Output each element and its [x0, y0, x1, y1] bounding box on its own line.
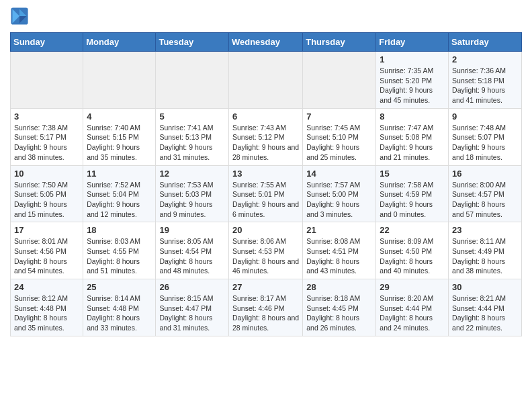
day-number: 13 [232, 169, 299, 179]
calendar-cell: 4Sunrise: 7:40 AM Sunset: 5:15 PM Daylig… [83, 108, 156, 165]
day-info: Sunrise: 7:45 AM Sunset: 5:10 PM Dayligh… [306, 123, 372, 163]
day-info: Sunrise: 7:47 AM Sunset: 5:08 PM Dayligh… [380, 123, 445, 163]
calendar-cell: 20Sunrise: 8:06 AM Sunset: 4:53 PM Dayli… [228, 222, 302, 279]
day-number: 18 [87, 225, 152, 235]
day-number: 8 [380, 111, 445, 122]
day-number: 19 [159, 225, 225, 235]
calendar-table: SundayMondayTuesdayWednesdayThursdayFrid… [10, 32, 522, 336]
page-header [10, 7, 522, 26]
weekday-header-tuesday: Tuesday [156, 33, 229, 52]
calendar-header: SundayMondayTuesdayWednesdayThursdayFrid… [11, 33, 522, 52]
calendar-week-3: 10Sunrise: 7:50 AM Sunset: 5:05 PM Dayli… [11, 165, 522, 222]
calendar-cell: 13Sunrise: 7:55 AM Sunset: 5:01 PM Dayli… [228, 165, 302, 222]
weekday-header-saturday: Saturday [449, 33, 522, 52]
calendar-cell: 21Sunrise: 8:08 AM Sunset: 4:51 PM Dayli… [303, 222, 376, 279]
weekday-row: SundayMondayTuesdayWednesdayThursdayFrid… [11, 33, 522, 52]
calendar-cell: 30Sunrise: 8:21 AM Sunset: 4:44 PM Dayli… [449, 279, 522, 336]
day-number: 14 [306, 169, 372, 179]
day-number: 15 [380, 169, 445, 179]
day-info: Sunrise: 7:40 AM Sunset: 5:15 PM Dayligh… [87, 123, 152, 163]
day-number: 27 [232, 282, 299, 292]
day-number: 24 [14, 282, 79, 292]
day-info: Sunrise: 8:18 AM Sunset: 4:45 PM Dayligh… [306, 293, 372, 333]
calendar-cell: 29Sunrise: 8:20 AM Sunset: 4:44 PM Dayli… [376, 279, 449, 336]
calendar-week-2: 3Sunrise: 7:38 AM Sunset: 5:17 PM Daylig… [11, 108, 522, 165]
calendar-cell: 7Sunrise: 7:45 AM Sunset: 5:10 PM Daylig… [303, 108, 376, 165]
calendar-cell: 15Sunrise: 7:58 AM Sunset: 4:59 PM Dayli… [376, 165, 449, 222]
calendar-cell: 10Sunrise: 7:50 AM Sunset: 5:05 PM Dayli… [11, 165, 83, 222]
calendar-week-5: 24Sunrise: 8:12 AM Sunset: 4:48 PM Dayli… [11, 279, 522, 336]
day-info: Sunrise: 7:35 AM Sunset: 5:20 PM Dayligh… [380, 66, 445, 105]
calendar-cell: 8Sunrise: 7:47 AM Sunset: 5:08 PM Daylig… [376, 108, 449, 165]
day-info: Sunrise: 8:11 AM Sunset: 4:49 PM Dayligh… [452, 236, 518, 276]
day-number: 3 [14, 111, 79, 122]
day-number: 30 [452, 282, 518, 292]
day-number: 26 [159, 282, 225, 292]
day-info: Sunrise: 7:48 AM Sunset: 5:07 PM Dayligh… [452, 123, 518, 163]
day-info: Sunrise: 8:15 AM Sunset: 4:47 PM Dayligh… [159, 293, 225, 333]
weekday-header-sunday: Sunday [11, 33, 83, 52]
calendar-cell [83, 52, 156, 109]
day-number: 12 [159, 169, 225, 179]
calendar-cell: 5Sunrise: 7:41 AM Sunset: 5:13 PM Daylig… [156, 108, 229, 165]
day-number: 5 [159, 111, 225, 122]
calendar-cell: 16Sunrise: 8:00 AM Sunset: 4:57 PM Dayli… [449, 165, 522, 222]
day-info: Sunrise: 7:55 AM Sunset: 5:01 PM Dayligh… [232, 180, 299, 220]
day-number: 4 [87, 111, 152, 122]
day-info: Sunrise: 8:21 AM Sunset: 4:44 PM Dayligh… [452, 293, 518, 333]
day-number: 28 [306, 282, 372, 292]
calendar-week-1: 1Sunrise: 7:35 AM Sunset: 5:20 PM Daylig… [11, 52, 522, 109]
calendar-cell: 1Sunrise: 7:35 AM Sunset: 5:20 PM Daylig… [376, 52, 449, 109]
weekday-header-wednesday: Wednesday [228, 33, 302, 52]
calendar-cell: 23Sunrise: 8:11 AM Sunset: 4:49 PM Dayli… [449, 222, 522, 279]
day-number: 21 [306, 225, 372, 235]
day-info: Sunrise: 8:14 AM Sunset: 4:48 PM Dayligh… [87, 293, 152, 333]
day-info: Sunrise: 8:17 AM Sunset: 4:46 PM Dayligh… [232, 293, 299, 333]
day-info: Sunrise: 8:20 AM Sunset: 4:44 PM Dayligh… [380, 293, 445, 333]
day-number: 20 [232, 225, 299, 235]
day-info: Sunrise: 8:09 AM Sunset: 4:50 PM Dayligh… [380, 236, 445, 276]
calendar-cell: 11Sunrise: 7:52 AM Sunset: 5:04 PM Dayli… [83, 165, 156, 222]
day-number: 10 [14, 169, 79, 179]
day-number: 9 [452, 111, 518, 122]
weekday-header-thursday: Thursday [303, 33, 376, 52]
weekday-header-friday: Friday [376, 33, 449, 52]
calendar-cell: 6Sunrise: 7:43 AM Sunset: 5:12 PM Daylig… [228, 108, 302, 165]
day-info: Sunrise: 8:00 AM Sunset: 4:57 PM Dayligh… [452, 180, 518, 220]
day-number: 17 [14, 225, 79, 235]
day-info: Sunrise: 8:06 AM Sunset: 4:53 PM Dayligh… [232, 236, 299, 276]
day-number: 7 [306, 111, 372, 122]
calendar-cell: 27Sunrise: 8:17 AM Sunset: 4:46 PM Dayli… [228, 279, 302, 336]
calendar-cell: 28Sunrise: 8:18 AM Sunset: 4:45 PM Dayli… [303, 279, 376, 336]
day-info: Sunrise: 7:43 AM Sunset: 5:12 PM Dayligh… [232, 123, 299, 163]
day-number: 25 [87, 282, 152, 292]
page-container: SundayMondayTuesdayWednesdayThursdayFrid… [0, 0, 532, 343]
day-number: 22 [380, 225, 445, 235]
calendar-cell [303, 52, 376, 109]
day-number: 29 [380, 282, 445, 292]
calendar-body: 1Sunrise: 7:35 AM Sunset: 5:20 PM Daylig… [11, 52, 522, 336]
day-number: 2 [452, 54, 518, 64]
calendar-cell: 12Sunrise: 7:53 AM Sunset: 5:03 PM Dayli… [156, 165, 229, 222]
calendar-cell: 3Sunrise: 7:38 AM Sunset: 5:17 PM Daylig… [11, 108, 83, 165]
calendar-week-4: 17Sunrise: 8:01 AM Sunset: 4:56 PM Dayli… [11, 222, 522, 279]
day-info: Sunrise: 7:36 AM Sunset: 5:18 PM Dayligh… [452, 66, 518, 105]
day-info: Sunrise: 7:57 AM Sunset: 5:00 PM Dayligh… [306, 180, 372, 220]
calendar-cell: 22Sunrise: 8:09 AM Sunset: 4:50 PM Dayli… [376, 222, 449, 279]
day-info: Sunrise: 7:52 AM Sunset: 5:04 PM Dayligh… [87, 180, 152, 220]
day-info: Sunrise: 8:12 AM Sunset: 4:48 PM Dayligh… [14, 293, 79, 333]
calendar-cell [156, 52, 229, 109]
calendar-cell: 14Sunrise: 7:57 AM Sunset: 5:00 PM Dayli… [303, 165, 376, 222]
calendar-cell: 26Sunrise: 8:15 AM Sunset: 4:47 PM Dayli… [156, 279, 229, 336]
calendar-cell [11, 52, 83, 109]
day-number: 1 [380, 54, 445, 64]
day-info: Sunrise: 7:38 AM Sunset: 5:17 PM Dayligh… [14, 123, 79, 163]
day-info: Sunrise: 8:01 AM Sunset: 4:56 PM Dayligh… [14, 236, 79, 276]
day-info: Sunrise: 7:53 AM Sunset: 5:03 PM Dayligh… [159, 180, 225, 220]
calendar-cell: 24Sunrise: 8:12 AM Sunset: 4:48 PM Dayli… [11, 279, 83, 336]
calendar-cell: 19Sunrise: 8:05 AM Sunset: 4:54 PM Dayli… [156, 222, 229, 279]
day-number: 6 [232, 111, 299, 122]
day-number: 16 [452, 169, 518, 179]
day-info: Sunrise: 8:05 AM Sunset: 4:54 PM Dayligh… [159, 236, 225, 276]
day-info: Sunrise: 7:58 AM Sunset: 4:59 PM Dayligh… [380, 180, 445, 220]
